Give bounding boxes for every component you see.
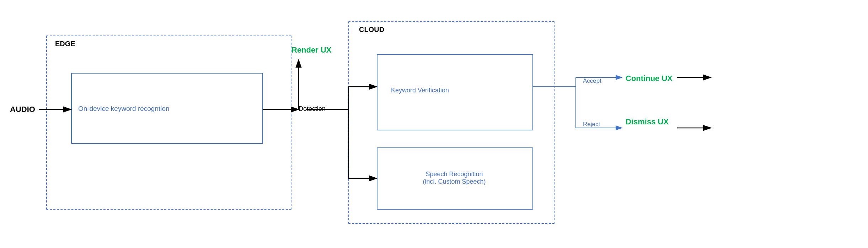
keyword-recognition-label: On-device keyword recogntion — [78, 105, 170, 113]
continue-ux-label: Continue UX — [626, 74, 673, 83]
reject-label: Reject — [583, 121, 600, 128]
detection-label: Detection — [299, 105, 326, 113]
audio-label: AUDIO — [10, 105, 35, 114]
edge-label: EDGE — [55, 40, 75, 48]
diagram-container: EDGE On-device keyword recogntion CLOUD … — [0, 0, 868, 248]
dismiss-ux-label: Dismiss UX — [626, 117, 669, 126]
accept-label: Accept — [583, 77, 601, 85]
speech-recognition-label: Speech Recognition(incl. Custom Speech) — [383, 171, 525, 185]
render-ux-label: Render UX — [291, 45, 331, 55]
keyword-verification-label: Keyword Verification — [391, 87, 449, 94]
cloud-label: CLOUD — [359, 26, 384, 34]
